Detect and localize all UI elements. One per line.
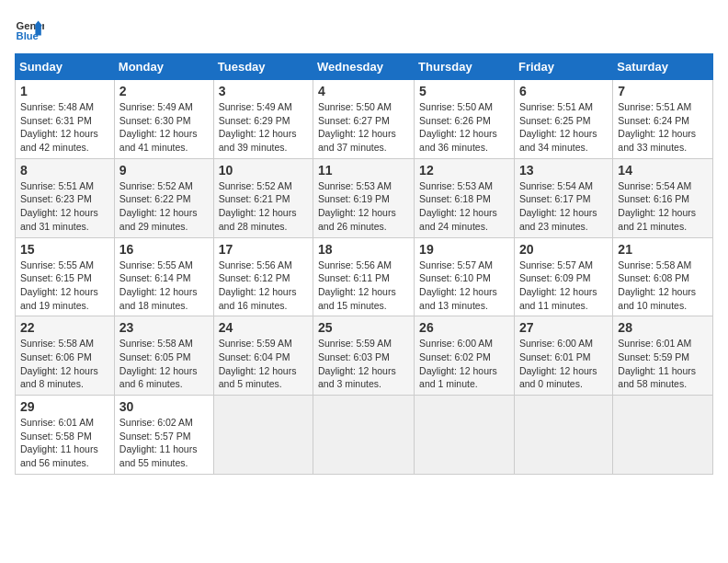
weekday-header: Thursday	[415, 54, 515, 80]
page-header: General Blue	[15, 15, 713, 44]
calendar-cell: 21 Sunrise: 5:58 AM Sunset: 6:08 PM Dayl…	[613, 237, 713, 316]
calendar-cell: 29 Sunrise: 6:01 AM Sunset: 5:58 PM Dayl…	[16, 396, 115, 475]
day-detail: Sunrise: 5:58 AM Sunset: 6:05 PM Dayligh…	[119, 337, 209, 391]
weekday-header: Saturday	[613, 54, 713, 80]
day-detail: Sunrise: 5:53 AM Sunset: 6:19 PM Dayligh…	[318, 179, 409, 234]
day-number: 27	[519, 320, 608, 335]
day-number: 17	[219, 242, 308, 257]
day-detail: Sunrise: 5:54 AM Sunset: 6:16 PM Dayligh…	[618, 179, 708, 234]
calendar-week-row: 22 Sunrise: 5:58 AM Sunset: 6:06 PM Dayl…	[16, 316, 713, 396]
weekday-header: Monday	[114, 54, 213, 80]
day-number: 2	[119, 84, 209, 98]
day-detail: Sunrise: 6:02 AM Sunset: 5:57 PM Dayligh…	[119, 416, 209, 470]
weekday-header: Friday	[514, 54, 612, 80]
day-detail: Sunrise: 5:57 AM Sunset: 6:10 PM Dayligh…	[419, 259, 509, 313]
calendar-cell: 22 Sunrise: 5:58 AM Sunset: 6:06 PM Dayl…	[16, 316, 115, 396]
calendar-cell: 20 Sunrise: 5:57 AM Sunset: 6:09 PM Dayl…	[514, 237, 612, 316]
day-detail: Sunrise: 5:56 AM Sunset: 6:11 PM Dayligh…	[318, 259, 409, 313]
day-detail: Sunrise: 6:01 AM Sunset: 5:58 PM Dayligh…	[20, 416, 109, 470]
day-detail: Sunrise: 5:51 AM Sunset: 6:25 PM Dayligh…	[519, 100, 608, 155]
day-number: 1	[20, 84, 109, 98]
calendar-cell: 26 Sunrise: 6:00 AM Sunset: 6:02 PM Dayl…	[415, 316, 515, 396]
day-detail: Sunrise: 5:49 AM Sunset: 6:29 PM Dayligh…	[219, 100, 308, 155]
day-number: 25	[318, 320, 409, 335]
calendar-cell: 3 Sunrise: 5:49 AM Sunset: 6:29 PM Dayli…	[213, 80, 313, 159]
day-detail: Sunrise: 6:00 AM Sunset: 6:01 PM Dayligh…	[519, 337, 608, 391]
calendar-cell: 28 Sunrise: 6:01 AM Sunset: 5:59 PM Dayl…	[613, 316, 713, 396]
day-number: 4	[318, 84, 409, 98]
calendar-cell: 27 Sunrise: 6:00 AM Sunset: 6:01 PM Dayl…	[514, 316, 612, 396]
day-number: 24	[219, 320, 308, 335]
day-number: 20	[519, 242, 608, 257]
weekday-header: Wednesday	[313, 54, 415, 80]
day-detail: Sunrise: 5:50 AM Sunset: 6:27 PM Dayligh…	[318, 100, 409, 155]
day-number: 23	[119, 320, 209, 335]
calendar-cell	[213, 396, 313, 475]
day-detail: Sunrise: 5:52 AM Sunset: 6:22 PM Dayligh…	[119, 179, 209, 234]
day-detail: Sunrise: 5:48 AM Sunset: 6:31 PM Dayligh…	[20, 100, 109, 155]
day-number: 9	[119, 163, 209, 178]
calendar-cell: 4 Sunrise: 5:50 AM Sunset: 6:27 PM Dayli…	[313, 80, 415, 159]
logo-icon: General Blue	[15, 15, 44, 44]
calendar-table: SundayMondayTuesdayWednesdayThursdayFrid…	[15, 53, 713, 475]
day-detail: Sunrise: 5:59 AM Sunset: 6:04 PM Dayligh…	[219, 337, 308, 391]
day-detail: Sunrise: 5:50 AM Sunset: 6:26 PM Dayligh…	[419, 100, 509, 155]
day-number: 11	[318, 163, 409, 178]
day-detail: Sunrise: 5:59 AM Sunset: 6:03 PM Dayligh…	[318, 337, 409, 391]
day-number: 10	[219, 163, 308, 178]
day-number: 21	[618, 242, 708, 257]
day-number: 26	[419, 320, 509, 335]
day-number: 13	[519, 163, 608, 178]
calendar-cell: 7 Sunrise: 5:51 AM Sunset: 6:24 PM Dayli…	[613, 80, 713, 159]
calendar-cell: 1 Sunrise: 5:48 AM Sunset: 6:31 PM Dayli…	[16, 80, 115, 159]
calendar-cell: 9 Sunrise: 5:52 AM Sunset: 6:22 PM Dayli…	[114, 158, 213, 237]
day-number: 12	[419, 163, 509, 178]
calendar-cell: 6 Sunrise: 5:51 AM Sunset: 6:25 PM Dayli…	[514, 80, 612, 159]
day-detail: Sunrise: 5:56 AM Sunset: 6:12 PM Dayligh…	[219, 259, 308, 313]
day-number: 30	[119, 399, 209, 414]
calendar-week-row: 8 Sunrise: 5:51 AM Sunset: 6:23 PM Dayli…	[16, 158, 713, 237]
day-number: 5	[419, 84, 509, 98]
weekday-header: Tuesday	[213, 54, 313, 80]
day-number: 18	[318, 242, 409, 257]
day-detail: Sunrise: 5:55 AM Sunset: 6:14 PM Dayligh…	[119, 259, 209, 313]
calendar-week-row: 29 Sunrise: 6:01 AM Sunset: 5:58 PM Dayl…	[16, 396, 713, 475]
calendar-cell: 30 Sunrise: 6:02 AM Sunset: 5:57 PM Dayl…	[114, 396, 213, 475]
calendar-cell: 13 Sunrise: 5:54 AM Sunset: 6:17 PM Dayl…	[514, 158, 612, 237]
calendar-cell: 8 Sunrise: 5:51 AM Sunset: 6:23 PM Dayli…	[16, 158, 115, 237]
day-number: 6	[519, 84, 608, 98]
calendar-cell: 15 Sunrise: 5:55 AM Sunset: 6:15 PM Dayl…	[16, 237, 115, 316]
day-number: 8	[20, 163, 109, 178]
day-detail: Sunrise: 5:53 AM Sunset: 6:18 PM Dayligh…	[419, 179, 509, 234]
calendar-cell: 10 Sunrise: 5:52 AM Sunset: 6:21 PM Dayl…	[213, 158, 313, 237]
day-detail: Sunrise: 5:58 AM Sunset: 6:08 PM Dayligh…	[618, 259, 708, 313]
calendar-cell: 25 Sunrise: 5:59 AM Sunset: 6:03 PM Dayl…	[313, 316, 415, 396]
day-detail: Sunrise: 5:57 AM Sunset: 6:09 PM Dayligh…	[519, 259, 608, 313]
calendar-cell: 23 Sunrise: 5:58 AM Sunset: 6:05 PM Dayl…	[114, 316, 213, 396]
day-detail: Sunrise: 5:51 AM Sunset: 6:23 PM Dayligh…	[20, 179, 109, 234]
day-number: 28	[618, 320, 708, 335]
calendar-cell: 14 Sunrise: 5:54 AM Sunset: 6:16 PM Dayl…	[613, 158, 713, 237]
day-number: 14	[618, 163, 708, 178]
calendar-cell	[613, 396, 713, 475]
calendar-week-row: 1 Sunrise: 5:48 AM Sunset: 6:31 PM Dayli…	[16, 80, 713, 159]
day-detail: Sunrise: 5:54 AM Sunset: 6:17 PM Dayligh…	[519, 179, 608, 234]
calendar-cell	[415, 396, 515, 475]
calendar-cell: 24 Sunrise: 5:59 AM Sunset: 6:04 PM Dayl…	[213, 316, 313, 396]
day-number: 19	[419, 242, 509, 257]
day-detail: Sunrise: 6:00 AM Sunset: 6:02 PM Dayligh…	[419, 337, 509, 391]
calendar-cell: 2 Sunrise: 5:49 AM Sunset: 6:30 PM Dayli…	[114, 80, 213, 159]
day-number: 3	[219, 84, 308, 98]
calendar-header-row: SundayMondayTuesdayWednesdayThursdayFrid…	[16, 54, 713, 80]
calendar-cell	[313, 396, 415, 475]
day-detail: Sunrise: 5:58 AM Sunset: 6:06 PM Dayligh…	[20, 337, 109, 391]
day-number: 16	[119, 242, 209, 257]
weekday-header: Sunday	[16, 54, 115, 80]
day-detail: Sunrise: 5:55 AM Sunset: 6:15 PM Dayligh…	[20, 259, 109, 313]
calendar-cell: 17 Sunrise: 5:56 AM Sunset: 6:12 PM Dayl…	[213, 237, 313, 316]
day-detail: Sunrise: 6:01 AM Sunset: 5:59 PM Dayligh…	[618, 337, 708, 391]
day-detail: Sunrise: 5:49 AM Sunset: 6:30 PM Dayligh…	[119, 100, 209, 155]
day-number: 29	[20, 399, 109, 414]
calendar-cell: 12 Sunrise: 5:53 AM Sunset: 6:18 PM Dayl…	[415, 158, 515, 237]
calendar-cell: 11 Sunrise: 5:53 AM Sunset: 6:19 PM Dayl…	[313, 158, 415, 237]
